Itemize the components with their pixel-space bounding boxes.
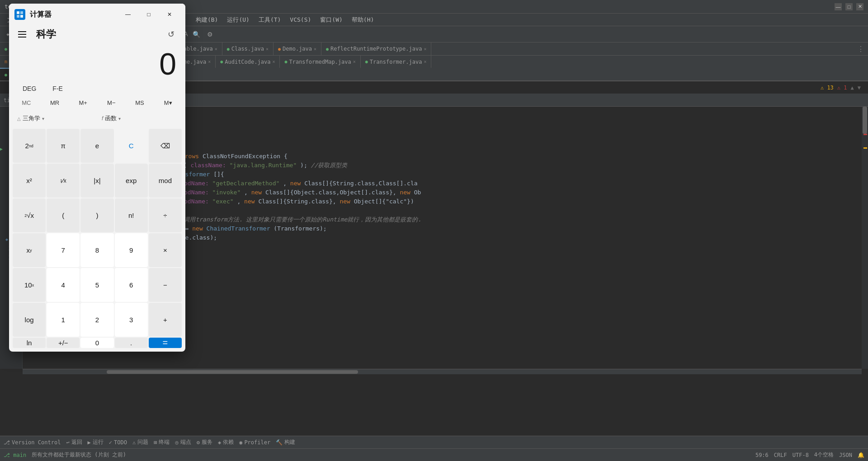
key-clear[interactable]: C bbox=[115, 129, 148, 163]
bottom-version-control[interactable]: ⎇ Version Control bbox=[4, 439, 61, 446]
key-pi[interactable]: π bbox=[47, 129, 80, 163]
hscroll-thumb[interactable] bbox=[107, 370, 359, 374]
tab-transformedmap[interactable]: ● TransformedMap.java × bbox=[280, 56, 360, 68]
tab-reflectruntimeprototype[interactable]: ● ReflectRuntimePrototype.java × bbox=[321, 42, 431, 55]
tab-close-4[interactable]: × bbox=[266, 47, 269, 52]
calc-history-button[interactable]: ↺ bbox=[164, 27, 178, 42]
mplus-button[interactable]: M+ bbox=[69, 97, 97, 109]
key-5[interactable]: 5 bbox=[80, 268, 113, 302]
tab-close-6[interactable]: × bbox=[424, 47, 426, 52]
tab-close-12[interactable]: × bbox=[424, 59, 426, 64]
calc-close-button[interactable]: ✕ bbox=[159, 7, 180, 22]
key-4[interactable]: 4 bbox=[47, 268, 80, 302]
warning-nav-up[interactable]: ▲ bbox=[851, 85, 854, 91]
key-mod[interactable]: mod bbox=[149, 164, 182, 198]
key-1[interactable]: 1 bbox=[47, 303, 80, 337]
key-multiply[interactable]: × bbox=[149, 233, 182, 267]
key-plus[interactable]: + bbox=[149, 303, 182, 337]
key-exp[interactable]: exp bbox=[115, 164, 148, 198]
tab-class[interactable]: ● Class.java × bbox=[222, 42, 274, 55]
tabs-overflow[interactable]: ⋮ bbox=[854, 45, 868, 53]
mminus-button[interactable]: M− bbox=[98, 97, 125, 109]
key-openparen[interactable]: ( bbox=[47, 198, 80, 232]
key-ln[interactable]: ln bbox=[13, 338, 46, 348]
calc-fe-button[interactable]: F-E bbox=[46, 83, 69, 94]
key-e[interactable]: e bbox=[80, 129, 113, 163]
warning-nav-down[interactable]: ▼ bbox=[858, 85, 861, 91]
key-backspace[interactable]: ⌫ bbox=[149, 129, 182, 163]
status-git[interactable]: ⎇ main bbox=[4, 452, 26, 458]
hamburger-button[interactable] bbox=[16, 27, 31, 42]
key-sqrt[interactable]: 2√x bbox=[13, 198, 46, 232]
bottom-endpoints[interactable]: ◎ 端点 bbox=[175, 438, 191, 446]
key-3[interactable]: 3 bbox=[115, 303, 148, 337]
minimize-button[interactable]: — bbox=[835, 3, 842, 10]
settings-button[interactable]: ⚙ bbox=[204, 29, 215, 40]
status-cursor[interactable]: 59:6 bbox=[755, 452, 769, 458]
key-6[interactable]: 6 bbox=[115, 268, 148, 302]
key-2[interactable]: 2 bbox=[80, 303, 113, 337]
calc-deg-button[interactable]: DEG bbox=[16, 83, 42, 94]
mv-button[interactable]: M▾ bbox=[154, 97, 182, 109]
mr-button[interactable]: MR bbox=[41, 97, 69, 109]
warning-count[interactable]: ⚠ 13 bbox=[821, 85, 834, 91]
key-closeparen[interactable]: ) bbox=[80, 198, 113, 232]
menu-help[interactable]: 帮助(H) bbox=[348, 15, 377, 25]
close-button[interactable]: ✕ bbox=[856, 3, 863, 10]
key-divide[interactable]: ÷ bbox=[149, 198, 182, 232]
key-decimal[interactable]: . bbox=[115, 338, 148, 348]
bottom-issues[interactable]: ⚠ 问题 bbox=[132, 438, 148, 446]
key-0[interactable]: 0 bbox=[80, 338, 113, 348]
status-filetype[interactable]: JSON bbox=[839, 452, 852, 458]
mc-button[interactable]: MC bbox=[13, 97, 40, 109]
key-negate[interactable]: +/− bbox=[47, 338, 80, 348]
calc-func-button[interactable]: f 函数 ▾ bbox=[98, 112, 181, 125]
menu-run[interactable]: 运行(U) bbox=[223, 15, 253, 25]
tab-demo[interactable]: ● Demo.java × bbox=[274, 42, 321, 55]
key-10x[interactable]: 10x bbox=[13, 268, 46, 302]
search-button[interactable]: 🔍 bbox=[191, 29, 202, 40]
key-8[interactable]: 8 bbox=[80, 233, 113, 267]
bottom-services[interactable]: ⚙ 服务 bbox=[197, 438, 212, 446]
calc-maximize-button[interactable]: □ bbox=[138, 7, 159, 22]
tab-close-10[interactable]: × bbox=[272, 59, 275, 64]
bottom-profiler[interactable]: ◉ Profiler bbox=[239, 439, 270, 446]
status-indent[interactable]: 4个空格 bbox=[814, 451, 834, 459]
key-factorial[interactable]: n! bbox=[115, 198, 148, 232]
key-xsquared[interactable]: x² bbox=[13, 164, 46, 198]
bottom-build[interactable]: 🔨 构建 bbox=[276, 438, 295, 446]
menu-window[interactable]: 窗口(W) bbox=[316, 15, 346, 25]
status-charset[interactable]: UTF-8 bbox=[793, 452, 809, 458]
maximize-button[interactable]: □ bbox=[845, 3, 853, 10]
status-crlf[interactable]: CRLF bbox=[774, 452, 787, 458]
key-9[interactable]: 9 bbox=[115, 233, 148, 267]
tab-close-11[interactable]: × bbox=[353, 59, 356, 64]
key-reciprocal[interactable]: 1⁄x bbox=[47, 164, 80, 198]
menu-vcs[interactable]: VCS(S) bbox=[286, 15, 315, 24]
tab-auditcode[interactable]: ● AuditCode.java × bbox=[216, 56, 280, 68]
bottom-terminal[interactable]: ⊞ 终端 bbox=[154, 438, 170, 446]
key-log[interactable]: log bbox=[13, 303, 46, 337]
tab-close-3[interactable]: × bbox=[215, 47, 217, 52]
calc-trig-button[interactable]: △ 三角学 ▾ bbox=[14, 112, 96, 125]
bottom-todo[interactable]: ✓ TODO bbox=[109, 439, 127, 446]
bottom-run[interactable]: ▶ 运行 bbox=[88, 438, 104, 446]
calc-minimize-button[interactable]: — bbox=[118, 7, 138, 22]
menu-build[interactable]: 构建(B) bbox=[192, 15, 222, 25]
key-2nd[interactable]: 2nd bbox=[13, 129, 46, 163]
key-equals[interactable]: = bbox=[149, 338, 182, 348]
error-count[interactable]: ⚠ 1 bbox=[837, 85, 847, 91]
tab-close-5[interactable]: × bbox=[314, 47, 316, 52]
status-notifications[interactable]: 🔔 bbox=[858, 452, 864, 458]
ms-button[interactable]: MS bbox=[126, 97, 154, 109]
tab-transformer[interactable]: ● Transformer.java × bbox=[361, 56, 432, 68]
key-xy[interactable]: xy bbox=[13, 233, 46, 267]
key-7[interactable]: 7 bbox=[47, 233, 80, 267]
tab-close-9[interactable]: × bbox=[208, 59, 211, 64]
menu-tools[interactable]: 工具(T) bbox=[255, 15, 284, 25]
bottom-return[interactable]: ↩ 返回 bbox=[66, 438, 82, 446]
scrollbar-thumb[interactable] bbox=[863, 107, 867, 134]
bottom-dependencies[interactable]: ◈ 依赖 bbox=[218, 438, 234, 446]
key-minus[interactable]: − bbox=[149, 268, 182, 302]
horizontal-scrollbar[interactable] bbox=[23, 369, 862, 374]
